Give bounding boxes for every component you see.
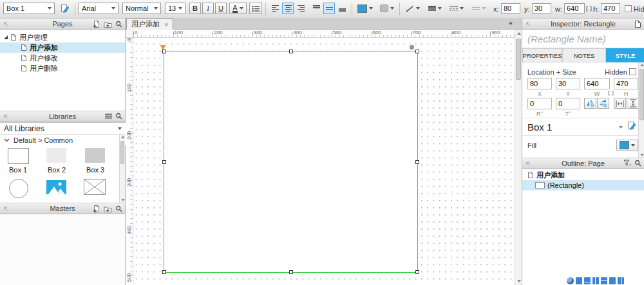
scroll-down-icon[interactable] — [517, 280, 521, 282]
selection-handle[interactable] — [162, 160, 166, 164]
tab-list-chevron-icon[interactable] — [509, 23, 513, 25]
italic-button[interactable]: I — [202, 3, 214, 14]
library-item-placeholder[interactable] — [84, 179, 106, 196]
library-item-ellipse[interactable] — [9, 179, 28, 198]
page-tree-item[interactable]: 用户删除 — [0, 63, 125, 73]
font-weight-select[interactable]: Normal — [122, 3, 161, 14]
scroll-down-icon[interactable] — [121, 199, 125, 201]
line-color-button[interactable] — [403, 3, 422, 14]
scroll-up-icon[interactable] — [121, 136, 125, 138]
edit-style-icon[interactable] — [627, 121, 636, 130]
outline-item[interactable]: 用户添加 — [522, 170, 644, 180]
add-page-icon[interactable] — [93, 205, 100, 213]
valign-middle-button[interactable] — [323, 3, 335, 14]
chevron-down-icon[interactable] — [619, 126, 623, 129]
rectangle-widget[interactable] — [164, 51, 418, 273]
library-item-box3[interactable] — [85, 148, 105, 163]
selection-handle[interactable] — [289, 50, 293, 53]
tab-notes[interactable]: NOTES — [562, 48, 606, 62]
edit-style-button[interactable] — [58, 3, 72, 14]
flip-horizontal-button[interactable] — [584, 98, 596, 109]
outline-item[interactable]: (Rectangle) — [522, 180, 644, 190]
library-item-image[interactable] — [46, 179, 66, 196]
search-icon[interactable] — [115, 205, 122, 212]
inspector-hidden-checkbox[interactable] — [629, 68, 636, 75]
tab-properties[interactable]: PROPERTIES — [522, 48, 562, 62]
library-item-box1[interactable] — [8, 148, 29, 164]
inspector-scrollbar[interactable] — [638, 62, 644, 158]
center-horizontal-button[interactable] — [614, 98, 626, 109]
tab-style[interactable]: STYLE — [606, 48, 644, 62]
library-filter-select[interactable]: All Libraries — [0, 122, 126, 134]
inspector-w-input[interactable] — [584, 78, 610, 89]
w-input[interactable] — [564, 3, 585, 14]
flip-vertical-button[interactable] — [597, 98, 609, 109]
selection-handle[interactable] — [162, 270, 166, 274]
align-center-button[interactable] — [282, 3, 294, 14]
selection-handle[interactable] — [162, 50, 166, 53]
scrollbar-thumb[interactable] — [120, 141, 124, 164]
inspector-x-input[interactable] — [527, 78, 552, 89]
scrollbar-thumb[interactable] — [639, 69, 644, 120]
x-input[interactable] — [501, 3, 520, 14]
link-wh-icon[interactable] — [608, 91, 614, 96]
add-folder-icon[interactable] — [104, 205, 112, 213]
fill-color-button[interactable] — [355, 3, 375, 14]
selection-handle[interactable] — [415, 160, 419, 164]
valign-top-button[interactable] — [310, 3, 322, 14]
filter-icon[interactable] — [623, 160, 631, 167]
hidden-label: Hidden — [634, 5, 644, 13]
selection-handle[interactable] — [415, 270, 419, 274]
bullet-list-button[interactable] — [249, 3, 262, 14]
expand-icon[interactable] — [4, 35, 8, 39]
page-tree-item[interactable]: 用户添加 — [0, 42, 125, 53]
y-input[interactable] — [532, 3, 551, 14]
page-tab[interactable]: 用户添加 × — [126, 18, 173, 30]
valign-bottom-button[interactable] — [336, 3, 348, 14]
align-right-button[interactable] — [295, 3, 307, 14]
canvas-vertical-scrollbar[interactable] — [515, 30, 522, 285]
inspector-h-input[interactable] — [614, 78, 638, 89]
underline-button[interactable]: U — [215, 3, 227, 14]
libraries-scrollbar[interactable] — [119, 134, 125, 203]
center-vertical-button[interactable] — [627, 98, 639, 109]
library-item-box2[interactable] — [46, 148, 66, 163]
fill-color-button[interactable] — [616, 140, 638, 151]
inspector-y-input[interactable] — [556, 78, 580, 89]
font-family-select[interactable]: Arial — [79, 3, 118, 14]
library-section-row[interactable]: Default > Common — [0, 134, 126, 145]
line-width-button[interactable] — [425, 3, 444, 14]
shadow-button[interactable] — [377, 3, 397, 14]
selection-handle[interactable] — [289, 270, 293, 274]
hidden-checkbox[interactable] — [625, 5, 632, 12]
menu-icon[interactable] — [105, 113, 112, 119]
align-left-button[interactable] — [269, 3, 281, 14]
rotation-input[interactable] — [527, 98, 552, 109]
text-rotation-input[interactable] — [556, 98, 580, 109]
search-icon[interactable] — [115, 21, 122, 28]
page-tree-item[interactable]: 用户管理 — [0, 32, 125, 42]
add-page-icon[interactable] — [93, 20, 100, 28]
scroll-down-icon[interactable] — [640, 154, 644, 156]
close-icon[interactable]: × — [164, 21, 168, 28]
scrollbar-thumb[interactable] — [516, 39, 521, 80]
search-icon[interactable] — [115, 113, 122, 120]
bold-button[interactable]: B — [189, 3, 201, 14]
add-folder-icon[interactable] — [104, 21, 112, 28]
widget-name-input[interactable]: (Rectangle Name) — [522, 30, 644, 48]
h-input[interactable] — [601, 3, 620, 14]
link-wh-icon[interactable] — [586, 6, 592, 12]
font-size-select[interactable]: 13 — [165, 3, 185, 14]
design-canvas[interactable] — [133, 38, 515, 285]
line-style-button[interactable] — [447, 3, 466, 14]
rotate-handle-icon[interactable] — [410, 45, 414, 50]
search-icon[interactable] — [634, 160, 641, 167]
page-tree-item[interactable]: 用户修改 — [0, 53, 125, 63]
selection-handle[interactable] — [415, 50, 419, 53]
page-icon[interactable] — [634, 20, 641, 28]
inspector-hidden-label: Hidden — [605, 68, 627, 76]
scroll-up-icon[interactable] — [517, 32, 521, 35]
scroll-up-icon[interactable] — [640, 64, 644, 66]
text-color-button[interactable]: A — [229, 3, 247, 14]
widget-style-select[interactable]: Box 1 — [3, 3, 55, 14]
